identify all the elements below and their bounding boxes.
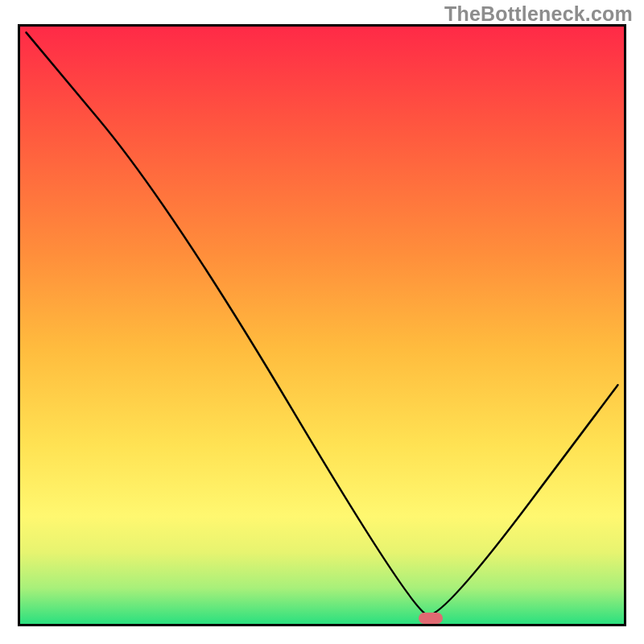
watermark-text: TheBottleneck.com	[444, 2, 633, 26]
bottleneck-curve	[27, 32, 618, 615]
chart-container: TheBottleneck.com	[0, 0, 644, 644]
optimal-marker	[419, 613, 443, 624]
plot-area	[20, 27, 624, 624]
curve-svg	[20, 27, 624, 624]
plot-frame	[18, 24, 626, 626]
